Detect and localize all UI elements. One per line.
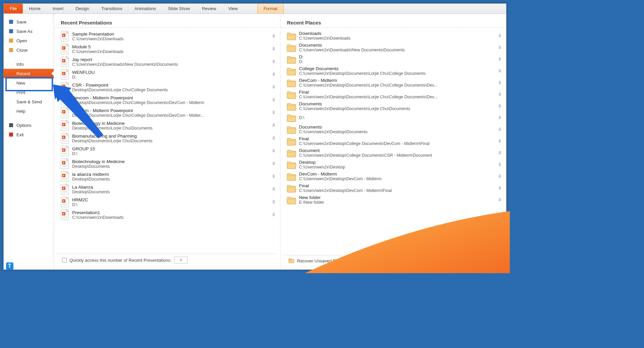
pin-button[interactable]: [271, 187, 278, 192]
backstage-new[interactable]: New: [4, 78, 54, 88]
pin-button[interactable]: [497, 69, 504, 73]
pin-button[interactable]: [497, 151, 504, 155]
pin-button[interactable]: [497, 127, 504, 132]
place-item[interactable]: Documents C:\Users\wen2x\Downloads\New D…: [286, 42, 505, 53]
pin-button[interactable]: [497, 115, 504, 120]
place-item[interactable]: Final C:\Users\wen2x\Desktop\DevCom - Mi…: [286, 182, 505, 194]
recover-icon: [288, 258, 294, 263]
place-item[interactable]: Document C:\Users\wen2x\Desktop\College …: [286, 147, 505, 159]
tab-file[interactable]: File: [4, 4, 23, 13]
place-item[interactable]: Documents C:\Users\wen2x\Desktop\Documen…: [286, 100, 505, 112]
pin-button[interactable]: [271, 161, 278, 166]
backstage-info[interactable]: Info: [4, 59, 54, 69]
pin-button[interactable]: [497, 57, 504, 62]
pin-button[interactable]: [271, 98, 278, 102]
pin-button[interactable]: [271, 110, 278, 115]
context-tab-format[interactable]: Format: [257, 4, 284, 13]
powerpoint-file-icon: [60, 133, 69, 144]
recent-places-list[interactable]: Downloads C:\Users\wen2x\Downloads Docum…: [280, 30, 506, 255]
presentation-item[interactable]: Jay report C:\Users\wen2x\Downloads\New …: [59, 55, 279, 68]
item-path: C:\Users\wen2x\Desktop\Documents\Lorjie …: [299, 71, 498, 76]
backstage-help[interactable]: Help: [4, 106, 54, 116]
tab-design[interactable]: Design: [69, 4, 95, 13]
backstage-recent[interactable]: Recent: [4, 69, 54, 78]
presentation-item[interactable]: Devcom - Midterm Powerpoint Desktop\Docu…: [59, 106, 279, 119]
pin-button[interactable]: [497, 104, 504, 109]
presentation-item[interactable]: Devcom - Midterm Powerpoint Desktop\Docu…: [59, 94, 279, 106]
backstage-save-as[interactable]: Save As: [4, 27, 54, 36]
backstage-save[interactable]: Save: [4, 17, 54, 27]
tab-slide-show[interactable]: Slide Show: [162, 4, 196, 13]
presentation-item[interactable]: Biotechnology in Medicine Desktop\Docume…: [59, 119, 279, 132]
tab-review[interactable]: Review: [196, 4, 222, 13]
place-item[interactable]: DevCom - Midterm C:\Users\wen2x\Desktop\…: [286, 77, 505, 89]
item-name: Biotechnology in Medicine: [72, 121, 271, 126]
item-name: D:: [299, 54, 498, 59]
nav-label: Save & Send: [16, 99, 42, 104]
item-path: D:\: [72, 151, 271, 156]
presentation-item[interactable]: la alianza midterm Desktop\Documents: [59, 170, 279, 183]
place-item[interactable]: DevCom - Midterm C:\Users\wen2x\Desktop\…: [286, 170, 505, 182]
presentation-item[interactable]: Biomanufacturing and Pharming Desktop\Do…: [59, 132, 279, 145]
backstage-open[interactable]: Open: [4, 36, 54, 45]
item-name: CSR - Powerpoint: [72, 83, 271, 88]
backstage-print[interactable]: Print: [4, 88, 54, 97]
presentation-item[interactable]: GROUP 15 D:\: [59, 145, 279, 157]
presentation-item[interactable]: Sample Presentation C:\Users\wen2x\Downl…: [59, 30, 279, 43]
place-item[interactable]: Downloads C:\Users\wen2x\Downloads: [286, 30, 505, 42]
presentation-item[interactable]: Module 5 C:\Users\wen2x\Downloads: [59, 43, 279, 55]
quick-access-checkbox[interactable]: [62, 258, 67, 262]
pin-button[interactable]: [271, 72, 278, 77]
item-path: C:\Users\wen2x\Desktop: [299, 165, 498, 169]
place-item[interactable]: Desktop C:\Users\wen2x\Desktop: [286, 159, 505, 170]
pin-button[interactable]: [271, 149, 278, 153]
pin-button[interactable]: [271, 136, 278, 141]
place-item[interactable]: New folder E:\New folder: [286, 194, 505, 206]
pin-button[interactable]: [497, 198, 504, 202]
place-item[interactable]: Final C:\Users\wen2x\Desktop\College Doc…: [286, 135, 505, 147]
backstage-exit[interactable]: Exit: [4, 130, 54, 139]
tab-transitions[interactable]: Transitions: [95, 4, 128, 13]
pin-button[interactable]: [497, 174, 504, 179]
pin-button[interactable]: [271, 212, 278, 217]
recent-presentations-list[interactable]: Sample Presentation C:\Users\wen2x\Downl…: [54, 30, 280, 254]
pin-button[interactable]: [271, 34, 278, 39]
pin-button[interactable]: [497, 45, 504, 50]
tab-animations[interactable]: Animations: [128, 4, 162, 13]
pin-button[interactable]: [497, 162, 504, 167]
place-item[interactable]: Documents C:\Users\wen2x\Desktop\Documen…: [286, 123, 505, 135]
backstage-options[interactable]: Options: [4, 120, 54, 130]
presentation-item[interactable]: WENFLOU D:: [59, 68, 279, 81]
presentation-item[interactable]: CSR - Powerpoint Desktop\Documents\Lorji…: [59, 81, 279, 94]
quick-access-count[interactable]: 4: [174, 257, 187, 263]
pin-button[interactable]: [497, 34, 504, 38]
svg-rect-0: [9, 20, 13, 24]
presentation-item[interactable]: La Alianza Desktop\Documents: [59, 183, 279, 196]
pin-button[interactable]: [271, 123, 278, 128]
presentation-item[interactable]: HRM2C D:\: [59, 196, 279, 208]
place-item[interactable]: College Documents C:\Users\wen2x\Desktop…: [286, 65, 505, 77]
pin-button[interactable]: [271, 59, 278, 64]
place-item[interactable]: D: D:: [286, 53, 505, 65]
pin-button[interactable]: [497, 92, 504, 97]
nav-label: Save: [16, 19, 26, 24]
backstage-close[interactable]: Close: [4, 45, 54, 55]
pin-button[interactable]: [271, 200, 278, 204]
pin-button[interactable]: [271, 174, 278, 179]
nav-label: Print: [16, 90, 25, 95]
place-item[interactable]: D:\: [286, 112, 505, 123]
pin-button[interactable]: [497, 186, 504, 191]
pin-button[interactable]: [271, 85, 278, 90]
pin-button[interactable]: [497, 81, 504, 85]
pin-button[interactable]: [271, 47, 278, 51]
tab-home[interactable]: Home: [23, 4, 47, 13]
backstage-save-send[interactable]: Save & Send: [4, 97, 54, 106]
recover-row[interactable]: Recover Unsaved Presentations: [283, 255, 504, 266]
place-item[interactable]: Final C:\Users\wen2x\Desktop\Documents\L…: [286, 89, 505, 100]
pin-button[interactable]: [497, 139, 504, 144]
presentation-item[interactable]: Biotechnology in Medicine Desktop\Docume…: [59, 157, 279, 170]
presentation-item[interactable]: Presentation1 C:\Users\wen2x\Downloads: [59, 208, 279, 221]
tab-view[interactable]: View: [222, 4, 244, 13]
tab-insert[interactable]: Insert: [47, 4, 70, 13]
close-doc-icon: [8, 47, 14, 53]
